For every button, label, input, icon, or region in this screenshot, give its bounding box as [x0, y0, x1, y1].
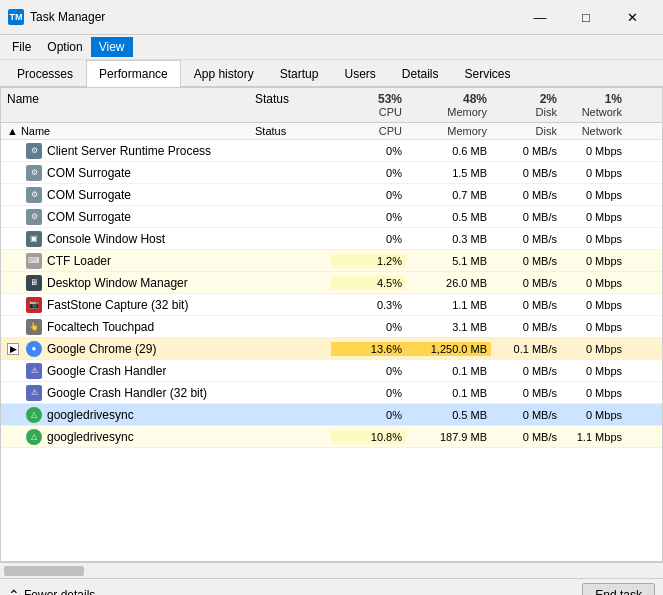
table-row[interactable]: △googledrivesync10.8%187.9 MB0 MB/s1.1 M… — [1, 426, 662, 448]
col-header-disk[interactable]: 2% Disk — [491, 90, 561, 120]
process-name-cell: 🖥Desktop Window Manager — [1, 274, 251, 292]
process-name-text: Console Window Host — [47, 232, 165, 246]
fewer-details-icon: ⌃ — [8, 587, 20, 596]
table-row[interactable]: ▣Console Window Host0%0.3 MB0 MB/s0 Mbps — [1, 228, 662, 250]
sort-status[interactable]: Status — [251, 123, 331, 139]
process-name-text: Desktop Window Manager — [47, 276, 188, 290]
maximize-button[interactable]: □ — [563, 4, 609, 30]
process-disk-cell: 0 MB/s — [491, 320, 561, 334]
console-icon: ▣ — [26, 231, 42, 247]
process-memory-cell: 1.1 MB — [406, 298, 491, 312]
table-row[interactable]: ⚙COM Surrogate0%1.5 MB0 MB/s0 Mbps — [1, 162, 662, 184]
tab-performance[interactable]: Performance — [86, 60, 181, 87]
process-list[interactable]: ⚙Client Server Runtime Process0%0.6 MB0 … — [1, 140, 662, 562]
col-header-network[interactable]: 1% Network — [561, 90, 626, 120]
process-memory-cell: 187.9 MB — [406, 430, 491, 444]
process-cpu-cell: 4.5% — [331, 276, 406, 290]
table-row[interactable]: 👆Focaltech Touchpad0%3.1 MB0 MB/s0 Mbps — [1, 316, 662, 338]
fewer-details-button[interactable]: ⌃ Fewer details — [8, 587, 95, 596]
table-row[interactable]: ⚠Google Crash Handler (32 bit)0%0.1 MB0 … — [1, 382, 662, 404]
memory-stat: 48% — [410, 92, 487, 106]
tab-startup[interactable]: Startup — [267, 60, 332, 87]
tab-bar: Processes Performance App history Startu… — [0, 60, 663, 87]
process-network-cell: 0 Mbps — [561, 408, 626, 422]
process-disk-cell: 0 MB/s — [491, 188, 561, 202]
process-disk-cell: 0 MB/s — [491, 408, 561, 422]
process-status-cell — [251, 150, 331, 152]
tab-services[interactable]: Services — [452, 60, 524, 87]
title-bar-title: Task Manager — [30, 10, 105, 24]
process-name-text: googledrivesync — [47, 430, 134, 444]
menu-view[interactable]: View — [91, 37, 133, 57]
process-name-cell: △googledrivesync — [1, 428, 251, 446]
process-status-cell — [251, 172, 331, 174]
process-status-cell — [251, 216, 331, 218]
table-row[interactable]: △googledrivesync0%0.5 MB0 MB/s0 Mbps — [1, 404, 662, 426]
process-status-cell — [251, 414, 331, 416]
process-status-cell — [251, 436, 331, 438]
table-row[interactable]: ▶●Google Chrome (29)13.6%1,250.0 MB0.1 M… — [1, 338, 662, 360]
process-cpu-cell: 13.6% — [331, 342, 406, 356]
process-disk-cell: 0 MB/s — [491, 232, 561, 246]
close-button[interactable]: ✕ — [609, 4, 655, 30]
col-header-cpu[interactable]: 53% CPU — [331, 90, 406, 120]
process-disk-cell: 0 MB/s — [491, 254, 561, 268]
process-disk-cell: 0 MB/s — [491, 210, 561, 224]
process-name-cell: △googledrivesync — [1, 406, 251, 424]
process-network-cell: 0 Mbps — [561, 276, 626, 290]
table-row[interactable]: ⚠Google Crash Handler0%0.1 MB0 MB/s0 Mbp… — [1, 360, 662, 382]
process-name-text: googledrivesync — [47, 408, 134, 422]
tab-app-history[interactable]: App history — [181, 60, 267, 87]
process-cpu-cell: 0% — [331, 386, 406, 400]
process-memory-cell: 5.1 MB — [406, 254, 491, 268]
table-row[interactable]: ⚙COM Surrogate0%0.5 MB0 MB/s0 Mbps — [1, 206, 662, 228]
process-cpu-cell: 0% — [331, 408, 406, 422]
process-name-text: CTF Loader — [47, 254, 111, 268]
process-status-cell — [251, 260, 331, 262]
tab-details[interactable]: Details — [389, 60, 452, 87]
process-status-cell — [251, 194, 331, 196]
horizontal-scrollbar[interactable] — [0, 562, 663, 578]
process-status-cell — [251, 326, 331, 328]
process-memory-cell: 0.3 MB — [406, 232, 491, 246]
process-network-cell: 0 Mbps — [561, 342, 626, 356]
sort-disk[interactable]: Disk — [491, 123, 561, 139]
sort-memory[interactable]: Memory — [406, 123, 491, 139]
process-cpu-cell: 0% — [331, 166, 406, 180]
process-cpu-cell: 0% — [331, 210, 406, 224]
tab-users[interactable]: Users — [331, 60, 388, 87]
process-name-cell: ▣Console Window Host — [1, 230, 251, 248]
process-memory-cell: 1,250.0 MB — [406, 342, 491, 356]
col-header-status[interactable]: Status — [251, 90, 331, 120]
sort-network[interactable]: Network — [561, 123, 626, 139]
gear-icon: ⚙ — [26, 209, 42, 225]
minimize-button[interactable]: — — [517, 4, 563, 30]
process-name-cell: ⚠Google Crash Handler (32 bit) — [1, 384, 251, 402]
column-headers: Name Status 53% CPU 48% Memory 2% Disk 1… — [1, 88, 662, 123]
scrollbar-thumb[interactable] — [4, 566, 84, 576]
table-row[interactable]: ⌨CTF Loader1.2%5.1 MB0 MB/s0 Mbps — [1, 250, 662, 272]
cpu-stat: 53% — [335, 92, 402, 106]
process-name-cell: ⚠Google Crash Handler — [1, 362, 251, 380]
table-row[interactable]: ⚙COM Surrogate0%0.7 MB0 MB/s0 Mbps — [1, 184, 662, 206]
table-row[interactable]: 📷FastStone Capture (32 bit)0.3%1.1 MB0 M… — [1, 294, 662, 316]
process-network-cell: 1.1 Mbps — [561, 430, 626, 444]
col-header-name[interactable]: Name — [1, 90, 251, 120]
tab-processes[interactable]: Processes — [4, 60, 86, 87]
table-row[interactable]: 🖥Desktop Window Manager4.5%26.0 MB0 MB/s… — [1, 272, 662, 294]
menu-option[interactable]: Option — [39, 37, 90, 57]
process-disk-cell: 0 MB/s — [491, 144, 561, 158]
sort-name[interactable]: ▲ Name — [1, 123, 251, 139]
dwm-icon: 🖥 — [26, 275, 42, 291]
end-task-button[interactable]: End task — [582, 583, 655, 596]
expand-button[interactable]: ▶ — [7, 343, 19, 355]
col-header-memory[interactable]: 48% Memory — [406, 90, 491, 120]
process-status-cell — [251, 238, 331, 240]
process-network-cell: 0 Mbps — [561, 210, 626, 224]
menu-file[interactable]: File — [4, 37, 39, 57]
table-row[interactable]: ⚙Client Server Runtime Process0%0.6 MB0 … — [1, 140, 662, 162]
process-cpu-cell: 0% — [331, 364, 406, 378]
process-status-cell — [251, 392, 331, 394]
sort-cpu[interactable]: CPU — [331, 123, 406, 139]
sort-arrow-icon: ▲ — [7, 125, 18, 137]
